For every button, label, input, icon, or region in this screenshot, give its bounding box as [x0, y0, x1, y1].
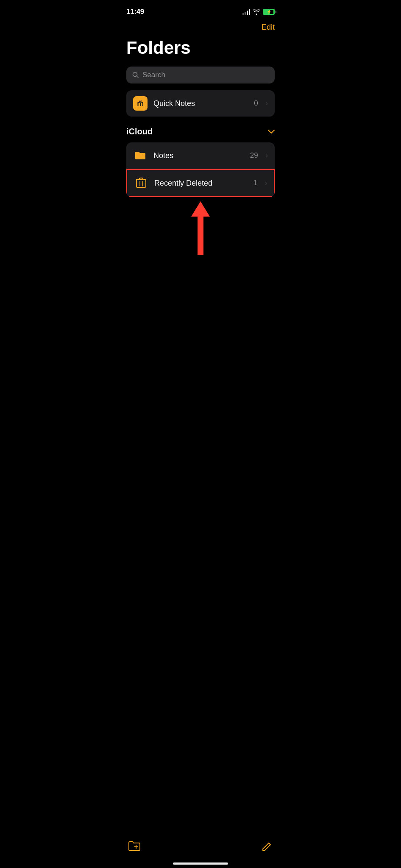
wifi-icon — [253, 9, 260, 15]
recently-deleted-item[interactable]: Recently Deleted 1 › — [126, 169, 275, 197]
status-time: 11:49 — [126, 8, 144, 16]
annotation-arrow — [191, 201, 210, 255]
status-bar: 11:49 ⚡ — [118, 0, 283, 21]
header-bar: Edit — [118, 21, 283, 36]
quick-notes-chevron: › — [266, 100, 268, 107]
notes-chevron: › — [266, 152, 268, 159]
folder-icon — [133, 148, 148, 163]
edit-button[interactable]: Edit — [262, 23, 275, 32]
search-bar[interactable]: Search — [126, 67, 275, 83]
svg-line-1 — [137, 76, 139, 78]
quick-notes-icon: m̃ — [133, 96, 148, 111]
icloud-list: Notes 29 › Recently Deleted 1 › — [126, 142, 275, 197]
recently-deleted-count: 1 — [253, 179, 257, 187]
search-icon — [132, 72, 139, 78]
icloud-collapse-button[interactable] — [268, 128, 275, 136]
svg-rect-2 — [136, 180, 146, 187]
notes-item-label: Notes — [153, 151, 244, 160]
search-placeholder: Search — [142, 71, 165, 79]
quick-notes-label: Quick Notes — [153, 99, 248, 108]
chevron-down-icon — [268, 130, 275, 134]
recently-deleted-label: Recently Deleted — [154, 179, 247, 188]
quick-notes-section: m̃ Quick Notes 0 › — [126, 90, 275, 117]
status-icons: ⚡ — [242, 9, 275, 15]
icloud-section-title: iCloud — [126, 127, 153, 136]
arrow-annotation — [118, 197, 283, 256]
quick-notes-item[interactable]: m̃ Quick Notes 0 › — [126, 90, 275, 117]
notes-item-count: 29 — [250, 151, 258, 160]
quick-notes-count: 0 — [254, 99, 258, 108]
icloud-section-header: iCloud — [118, 123, 283, 142]
trash-icon — [134, 176, 148, 190]
notes-item[interactable]: Notes 29 › — [126, 142, 275, 169]
recently-deleted-chevron: › — [265, 179, 267, 187]
charging-bolt: ⚡ — [267, 10, 271, 14]
page-title: Folders — [118, 36, 283, 67]
battery-icon: ⚡ — [263, 9, 275, 15]
signal-icon — [242, 9, 250, 15]
